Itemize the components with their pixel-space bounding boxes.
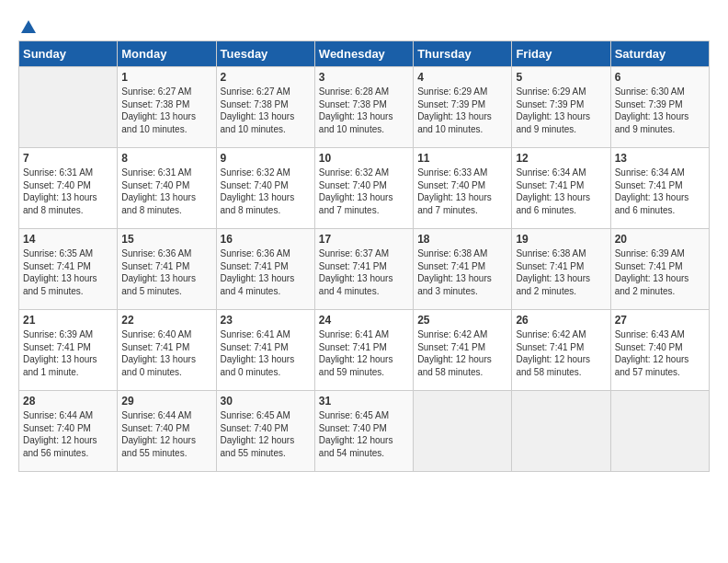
cell-content: Sunrise: 6:28 AM Sunset: 7:38 PM Dayligh… [319, 86, 409, 135]
calendar-cell [512, 391, 610, 472]
calendar-cell: 14Sunrise: 6:35 AM Sunset: 7:41 PM Dayli… [19, 229, 118, 310]
cell-content: Sunrise: 6:36 AM Sunset: 7:41 PM Dayligh… [121, 247, 211, 297]
cell-content: Sunrise: 6:31 AM Sunset: 7:40 PM Dayligh… [121, 167, 211, 216]
calendar-cell: 27Sunrise: 6:43 AM Sunset: 7:40 PM Dayli… [610, 310, 709, 391]
calendar-cell: 22Sunrise: 6:40 AM Sunset: 7:41 PM Dayli… [118, 310, 216, 391]
cell-content: Sunrise: 6:30 AM Sunset: 7:39 PM Dayligh… [615, 86, 705, 135]
cell-content: Sunrise: 6:32 AM Sunset: 7:40 PM Dayligh… [221, 167, 311, 216]
cell-content: Sunrise: 6:38 AM Sunset: 7:41 PM Dayligh… [417, 247, 507, 297]
calendar-cell: 31Sunrise: 6:45 AM Sunset: 7:40 PM Dayli… [314, 391, 413, 472]
day-number: 7 [23, 152, 113, 165]
calendar-cell: 15Sunrise: 6:36 AM Sunset: 7:41 PM Dayli… [118, 229, 216, 310]
day-number: 22 [121, 314, 211, 327]
day-number: 11 [417, 152, 507, 165]
cell-content: Sunrise: 6:45 AM Sunset: 7:40 PM Dayligh… [319, 409, 409, 459]
calendar-cell: 30Sunrise: 6:45 AM Sunset: 7:40 PM Dayli… [216, 391, 314, 472]
day-number: 19 [516, 233, 606, 246]
day-number: 8 [121, 152, 211, 165]
calendar-week-2: 7Sunrise: 6:31 AM Sunset: 7:40 PM Daylig… [19, 148, 710, 229]
cell-content: Sunrise: 6:29 AM Sunset: 7:39 PM Dayligh… [516, 86, 606, 135]
day-number: 15 [121, 233, 211, 246]
day-header-saturday: Saturday [610, 41, 709, 67]
day-number: 28 [23, 395, 113, 408]
day-number: 1 [121, 71, 211, 84]
calendar-week-1: 1Sunrise: 6:27 AM Sunset: 7:38 PM Daylig… [19, 67, 710, 148]
calendar-cell: 1Sunrise: 6:27 AM Sunset: 7:38 PM Daylig… [118, 67, 216, 148]
cell-content: Sunrise: 6:33 AM Sunset: 7:40 PM Dayligh… [417, 167, 507, 216]
cell-content: Sunrise: 6:35 AM Sunset: 7:41 PM Dayligh… [23, 247, 113, 297]
cell-content: Sunrise: 6:44 AM Sunset: 7:40 PM Dayligh… [121, 409, 211, 459]
day-number: 27 [615, 314, 705, 327]
calendar-header-row: SundayMondayTuesdayWednesdayThursdayFrid… [19, 41, 710, 67]
day-number: 2 [221, 71, 311, 84]
day-header-thursday: Thursday [414, 41, 512, 67]
day-number: 6 [615, 71, 705, 84]
cell-content: Sunrise: 6:27 AM Sunset: 7:38 PM Dayligh… [221, 86, 311, 135]
calendar-cell [19, 67, 118, 148]
cell-content: Sunrise: 6:27 AM Sunset: 7:38 PM Dayligh… [121, 86, 211, 135]
cell-content: Sunrise: 6:36 AM Sunset: 7:41 PM Dayligh… [221, 247, 311, 297]
calendar-cell: 2Sunrise: 6:27 AM Sunset: 7:38 PM Daylig… [216, 67, 314, 148]
calendar-cell: 16Sunrise: 6:36 AM Sunset: 7:41 PM Dayli… [216, 229, 314, 310]
calendar-cell: 19Sunrise: 6:38 AM Sunset: 7:41 PM Dayli… [512, 229, 610, 310]
calendar-week-4: 21Sunrise: 6:39 AM Sunset: 7:41 PM Dayli… [19, 310, 710, 391]
logo-icon [19, 18, 38, 37]
calendar-cell: 13Sunrise: 6:34 AM Sunset: 7:41 PM Dayli… [610, 148, 709, 229]
calendar-cell: 24Sunrise: 6:41 AM Sunset: 7:41 PM Dayli… [314, 310, 413, 391]
logo [18, 18, 39, 33]
calendar-cell: 18Sunrise: 6:38 AM Sunset: 7:41 PM Dayli… [414, 229, 512, 310]
cell-content: Sunrise: 6:39 AM Sunset: 7:41 PM Dayligh… [23, 328, 113, 378]
day-header-wednesday: Wednesday [314, 41, 413, 67]
day-number: 5 [516, 71, 606, 84]
svg-marker-0 [21, 20, 36, 33]
calendar-cell: 29Sunrise: 6:44 AM Sunset: 7:40 PM Dayli… [118, 391, 216, 472]
cell-content: Sunrise: 6:29 AM Sunset: 7:39 PM Dayligh… [417, 86, 507, 135]
day-number: 26 [516, 314, 606, 327]
cell-content: Sunrise: 6:37 AM Sunset: 7:41 PM Dayligh… [319, 247, 409, 297]
day-number: 24 [319, 314, 409, 327]
day-number: 25 [417, 314, 507, 327]
calendar-cell: 11Sunrise: 6:33 AM Sunset: 7:40 PM Dayli… [414, 148, 512, 229]
calendar-cell: 23Sunrise: 6:41 AM Sunset: 7:41 PM Dayli… [216, 310, 314, 391]
day-number: 3 [319, 71, 409, 84]
page-header [18, 18, 710, 33]
calendar-cell: 9Sunrise: 6:32 AM Sunset: 7:40 PM Daylig… [216, 148, 314, 229]
cell-content: Sunrise: 6:31 AM Sunset: 7:40 PM Dayligh… [23, 167, 113, 216]
cell-content: Sunrise: 6:40 AM Sunset: 7:41 PM Dayligh… [121, 328, 211, 378]
day-number: 17 [319, 233, 409, 246]
day-header-tuesday: Tuesday [216, 41, 314, 67]
cell-content: Sunrise: 6:41 AM Sunset: 7:41 PM Dayligh… [221, 328, 311, 378]
calendar-cell: 8Sunrise: 6:31 AM Sunset: 7:40 PM Daylig… [118, 148, 216, 229]
calendar-cell: 4Sunrise: 6:29 AM Sunset: 7:39 PM Daylig… [414, 67, 512, 148]
calendar-cell [610, 391, 709, 472]
day-header-monday: Monday [118, 41, 216, 67]
calendar-cell: 21Sunrise: 6:39 AM Sunset: 7:41 PM Dayli… [19, 310, 118, 391]
cell-content: Sunrise: 6:43 AM Sunset: 7:40 PM Dayligh… [615, 328, 705, 378]
day-number: 16 [221, 233, 311, 246]
calendar-cell: 7Sunrise: 6:31 AM Sunset: 7:40 PM Daylig… [19, 148, 118, 229]
calendar-cell: 26Sunrise: 6:42 AM Sunset: 7:41 PM Dayli… [512, 310, 610, 391]
calendar-cell: 5Sunrise: 6:29 AM Sunset: 7:39 PM Daylig… [512, 67, 610, 148]
cell-content: Sunrise: 6:41 AM Sunset: 7:41 PM Dayligh… [319, 328, 409, 378]
day-number: 14 [23, 233, 113, 246]
calendar-cell: 3Sunrise: 6:28 AM Sunset: 7:38 PM Daylig… [314, 67, 413, 148]
calendar-cell: 6Sunrise: 6:30 AM Sunset: 7:39 PM Daylig… [610, 67, 709, 148]
day-number: 30 [221, 395, 311, 408]
day-number: 23 [221, 314, 311, 327]
calendar-week-5: 28Sunrise: 6:44 AM Sunset: 7:40 PM Dayli… [19, 391, 710, 472]
day-number: 31 [319, 395, 409, 408]
calendar-cell: 28Sunrise: 6:44 AM Sunset: 7:40 PM Dayli… [19, 391, 118, 472]
cell-content: Sunrise: 6:45 AM Sunset: 7:40 PM Dayligh… [221, 409, 311, 459]
calendar-cell: 17Sunrise: 6:37 AM Sunset: 7:41 PM Dayli… [314, 229, 413, 310]
calendar-week-3: 14Sunrise: 6:35 AM Sunset: 7:41 PM Dayli… [19, 229, 710, 310]
calendar-table: SundayMondayTuesdayWednesdayThursdayFrid… [18, 40, 710, 472]
day-number: 9 [221, 152, 311, 165]
day-number: 29 [121, 395, 211, 408]
calendar-cell: 25Sunrise: 6:42 AM Sunset: 7:41 PM Dayli… [414, 310, 512, 391]
day-number: 21 [23, 314, 113, 327]
day-number: 4 [417, 71, 507, 84]
day-number: 13 [615, 152, 705, 165]
cell-content: Sunrise: 6:38 AM Sunset: 7:41 PM Dayligh… [516, 247, 606, 297]
day-number: 10 [319, 152, 409, 165]
cell-content: Sunrise: 6:42 AM Sunset: 7:41 PM Dayligh… [417, 328, 507, 378]
